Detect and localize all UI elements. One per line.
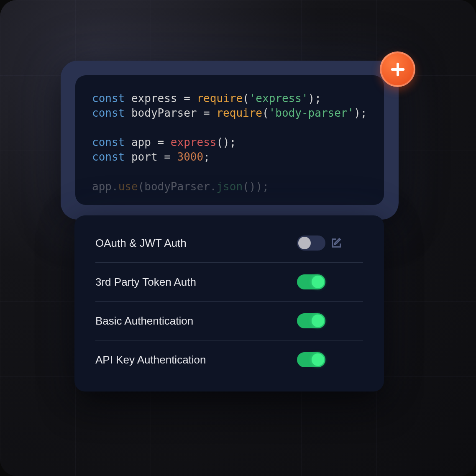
toggle-knob — [312, 353, 324, 366]
code-line: app.use(bodyParser.json()); — [92, 179, 367, 194]
code-line — [92, 164, 367, 179]
add-button[interactable] — [380, 51, 415, 87]
code-line: const app = express(); — [92, 135, 367, 150]
code-line: const port = 3000; — [92, 150, 367, 164]
plus-icon — [389, 61, 406, 78]
setting-label: Basic Authentication — [95, 315, 297, 328]
setting-label: OAuth & JWT Auth — [95, 237, 297, 250]
toggle-switch[interactable] — [297, 313, 325, 328]
app-frame: const express = require('express');const… — [0, 0, 476, 476]
code-line: const bodyParser = require('body-parser'… — [92, 106, 367, 120]
setting-row: OAuth & JWT Auth — [95, 224, 363, 263]
setting-row: API Key Authentication — [95, 340, 363, 379]
toggle-knob — [312, 315, 324, 327]
edit-icon[interactable] — [330, 237, 342, 249]
code-line: const express = require('express'); — [92, 91, 367, 106]
setting-row: Basic Authentication — [95, 302, 363, 340]
setting-label: 3rd Party Token Auth — [95, 276, 297, 289]
setting-label: API Key Authentication — [95, 353, 297, 366]
toggle-switch[interactable] — [297, 235, 325, 251]
auth-settings-panel: OAuth & JWT Auth3rd Party Token AuthBasi… — [74, 215, 384, 392]
toggle-switch[interactable] — [297, 352, 325, 367]
code-block: const express = require('express');const… — [75, 75, 384, 205]
toggle-knob — [312, 276, 324, 288]
setting-row: 3rd Party Token Auth — [95, 263, 363, 302]
main-card: const express = require('express');const… — [61, 61, 399, 220]
toggle-knob — [298, 237, 311, 249]
code-line — [92, 120, 367, 135]
toggle-switch[interactable] — [297, 274, 325, 289]
